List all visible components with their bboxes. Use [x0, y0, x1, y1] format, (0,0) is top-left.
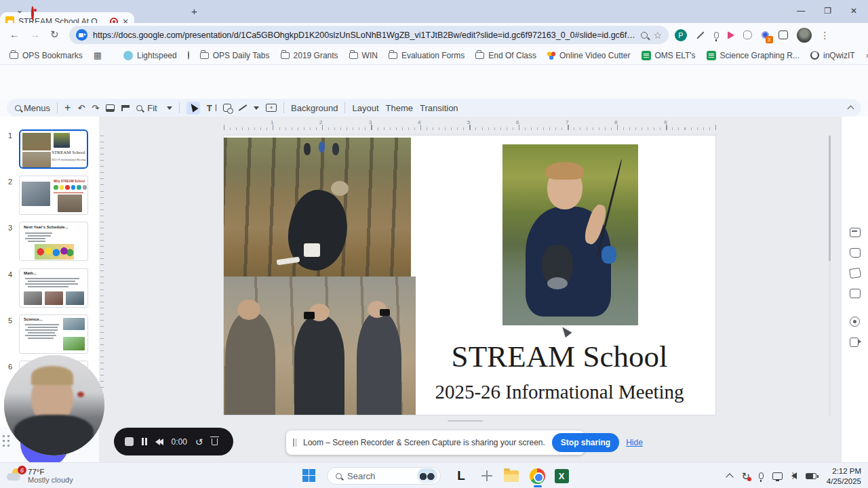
rewind-button[interactable]: [155, 439, 163, 445]
zoom-page-icon[interactable]: [641, 32, 648, 39]
taskbar-app-l-icon[interactable]: L: [453, 468, 469, 484]
stop-recording-button[interactable]: [125, 437, 134, 446]
hide-menus-chevron[interactable]: [848, 103, 853, 113]
insert-image-tool[interactable]: +: [266, 104, 277, 112]
extension-loom-icon[interactable]: [728, 31, 734, 39]
window-minimize-button[interactable]: —: [797, 6, 805, 16]
transition-button[interactable]: Transition: [420, 103, 458, 113]
webcam-bubble[interactable]: [4, 355, 104, 455]
delete-recording-button[interactable]: [212, 439, 218, 445]
bookmark-online-video-cutter[interactable]: Online Video Cutter: [547, 51, 631, 60]
slide-thumbnail-5[interactable]: Science...: [19, 314, 88, 354]
extension-pen-icon[interactable]: [696, 31, 704, 39]
browser-profile-avatar[interactable]: [797, 28, 812, 43]
search-icon: [336, 473, 342, 479]
slide-thumbnail-3[interactable]: Next Year's Schedule...: [19, 222, 88, 261]
url-omnibox[interactable]: https://docs.google.com/presentation/d/1…: [69, 26, 669, 44]
background-button[interactable]: Background: [291, 103, 338, 113]
back-button[interactable]: ←: [9, 28, 20, 40]
panel-docs-icon[interactable]: [850, 248, 861, 258]
bookmark-oms-elts[interactable]: OMS ELT's: [642, 51, 696, 60]
bookmark-star-icon[interactable]: ☆: [653, 30, 662, 41]
file-explorer-icon[interactable]: [503, 468, 519, 484]
slide-title-text[interactable]: STREAM School: [400, 339, 719, 374]
share-message: Loom – Screen Recorder & Screen Capture …: [303, 438, 545, 447]
taskbar-weather-widget[interactable]: 6 77°F Mostly cloudy: [7, 465, 73, 484]
tray-mic-icon[interactable]: [759, 472, 764, 479]
speaker-notes-handle[interactable]: [448, 420, 483, 422]
stop-sharing-button[interactable]: Stop sharing: [552, 433, 619, 452]
tray-display-icon[interactable]: [772, 472, 783, 480]
extension-p-icon[interactable]: P: [675, 29, 687, 41]
notification-drag-handle[interactable]: [293, 439, 296, 447]
excel-icon[interactable]: X: [553, 468, 570, 484]
window-maximize-button[interactable]: ❐: [824, 6, 831, 16]
globe-bookmark-icon[interactable]: [188, 51, 189, 60]
bookmark-inqwizit[interactable]: inQwizIT: [810, 51, 855, 60]
loom-drag-handle[interactable]: [1, 434, 11, 449]
line-tool[interactable]: [238, 106, 259, 110]
theme-button[interactable]: Theme: [386, 103, 413, 113]
tab-search-chevron-icon[interactable]: ⌄: [16, 5, 23, 15]
webcam-video: [4, 355, 104, 455]
bookmark-ops-bookmarks[interactable]: OPS Bookmarks: [9, 51, 83, 60]
bookmark-win[interactable]: WIN: [349, 51, 378, 60]
panel-share-box-icon[interactable]: [849, 268, 861, 279]
bookmarks-overflow-chevron[interactable]: »: [866, 51, 868, 60]
hide-notification-link[interactable]: Hide: [626, 438, 643, 447]
taskbar-snip-tool-icon[interactable]: [479, 468, 495, 484]
slide-editing-area[interactable]: STREAM School 2025-26 Informational Meet…: [224, 136, 715, 415]
slide-thumbnail-1[interactable]: STREAM School 2025-26 Informational Meet…: [19, 129, 88, 169]
chrome-icon[interactable]: [529, 468, 545, 484]
photo-boy-with-fish[interactable]: [502, 144, 638, 325]
menus-search-button[interactable]: Menus: [15, 103, 50, 113]
taskbar-search-box[interactable]: Search: [327, 467, 441, 485]
photo-forest-activity[interactable]: [224, 138, 411, 277]
start-button[interactable]: [302, 469, 315, 482]
tray-loom-recording-icon[interactable]: ↻: [741, 471, 750, 481]
pause-recording-button[interactable]: [142, 438, 147, 445]
canvas-scrollbar-thumb[interactable]: [829, 136, 831, 261]
restart-recording-button[interactable]: ↺: [195, 437, 203, 447]
panel-folder-icon[interactable]: [850, 289, 861, 298]
paint-format-icon[interactable]: [121, 105, 130, 111]
extension-mic-icon[interactable]: [714, 32, 719, 39]
side-panel-icon[interactable]: [778, 30, 788, 39]
slide-thumbnail-4[interactable]: Math...: [19, 268, 88, 308]
bookmark-lightspeed[interactable]: Lightspeed: [123, 51, 177, 60]
weather-condition: Mostly cloudy: [28, 476, 73, 484]
shape-tool[interactable]: [223, 104, 231, 112]
tray-battery-icon[interactable]: [806, 473, 816, 479]
search-daily-image: [417, 468, 437, 483]
bookmark-evaluation-forms[interactable]: Evaluation Forms: [389, 51, 465, 60]
recording-indicator-icon: [31, 6, 34, 20]
tray-volume-icon[interactable]: [791, 472, 797, 479]
slide-subtitle-text[interactable]: 2025-26 Informational Meeting: [387, 381, 732, 403]
print-icon[interactable]: [106, 104, 115, 112]
panel-card-icon[interactable]: [850, 228, 861, 237]
apps-grid-icon[interactable]: ▦: [94, 50, 102, 60]
redo-button[interactable]: ↷: [92, 103, 99, 113]
new-tab-button[interactable]: +: [191, 5, 197, 17]
window-close-button[interactable]: ✕: [850, 6, 857, 16]
tray-expand-chevron[interactable]: [726, 473, 734, 481]
bookmark-2019-grants[interactable]: 2019 Grants: [281, 51, 338, 60]
slide-thumbnail-2[interactable]: Why STREAM School: [19, 176, 88, 215]
extension-starburst-icon[interactable]: ✺3: [761, 29, 770, 41]
undo-button[interactable]: ↶: [77, 103, 85, 113]
slide-canvas[interactable]: 1 2 3 4 5 6 7 8 9: [99, 117, 841, 462]
text-box-tool[interactable]: T: [207, 103, 216, 113]
bookmark-ops-daily-tabs[interactable]: OPS Daily Tabs: [200, 51, 270, 60]
panel-camera-icon[interactable]: [850, 338, 859, 347]
browser-menu-icon[interactable]: ⋮: [821, 30, 831, 41]
zoom-select[interactable]: Fit: [136, 103, 172, 113]
select-tool-button[interactable]: [186, 102, 200, 115]
taskbar-clock[interactable]: 2:12 PM 4/25/2025: [827, 466, 861, 487]
new-slide-button[interactable]: +: [64, 102, 71, 114]
layout-button[interactable]: Layout: [352, 103, 378, 113]
bookmark-science-graphing[interactable]: Science Graphing R...: [707, 51, 800, 60]
bookmark-end-of-class[interactable]: End Of Class: [475, 51, 536, 60]
panel-record-icon[interactable]: [850, 317, 860, 327]
extension-speaker-icon[interactable]: [743, 30, 752, 39]
reload-button[interactable]: ↻: [50, 28, 59, 41]
